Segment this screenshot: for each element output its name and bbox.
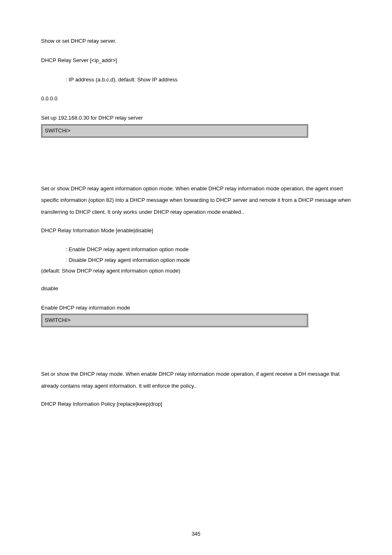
desc-text: Set or show DHCP relay agent information… [41,183,351,218]
section-relay-server: Show or set DHCP relay server. DHCP Rela… [41,37,351,138]
cli-output: SWITCH/> [41,124,308,138]
default-value: disable [41,284,351,293]
syntax-text: DHCP Relay Information Mode [enable|disa… [41,227,351,235]
cli-output: SWITCH/> [41,314,308,327]
param-text: : IP address (a.b.c.d), default: Show IP… [41,76,351,84]
default-value: 0.0.0.0 [41,95,351,103]
desc-text: Show or set DHCP relay server. [41,37,351,46]
syntax-text: DHCP Relay Information Policy [replace|k… [41,400,351,409]
param-enable: : Enable DHCP relay agent information op… [41,245,351,254]
section-relay-info-mode: Set or show DHCP relay agent information… [41,183,351,327]
param-default: (default: Show DHCP relay agent informat… [41,267,351,275]
page-number: 345 [0,530,392,539]
desc-text: Set or show the DHCP relay mode. When en… [41,368,351,392]
param-disable: : Disable DHCP relay agent information o… [41,256,351,265]
example-desc: Set up 192.168.0.30 for DHCP relay serve… [41,114,351,123]
section-relay-info-policy: Set or show the DHCP relay mode. When en… [41,368,351,409]
syntax-text: DHCP Relay Server [<ip_addr>] [41,56,351,65]
example-desc: Enable DHCP relay information mode [41,304,351,312]
